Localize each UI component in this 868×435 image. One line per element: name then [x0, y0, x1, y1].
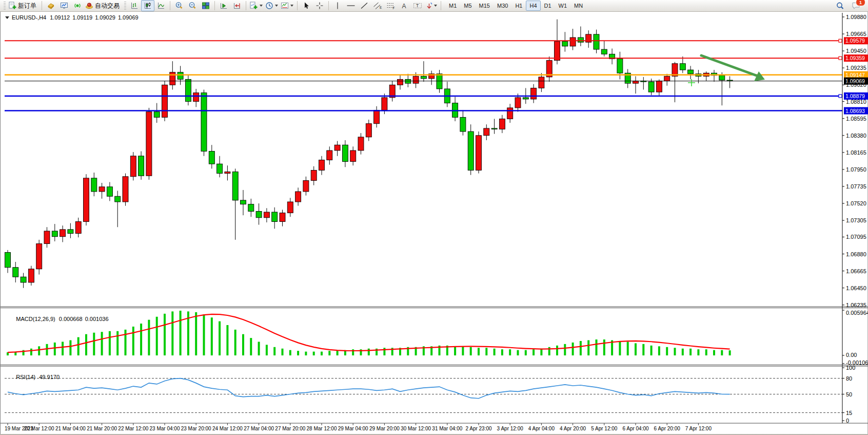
chart-window[interactable]: 0.0059640.00-0.00106910080501501.095791.… [0, 12, 868, 434]
svg-text:1.09020: 1.09020 [846, 82, 866, 88]
auto-scroll-button[interactable] [217, 0, 230, 11]
fibonacci-button[interactable]: F [384, 0, 398, 11]
svg-text:21 Mar 20:00: 21 Mar 20:00 [87, 426, 117, 431]
svg-text:1.06665: 1.06665 [846, 268, 866, 274]
zoom-out-button[interactable] [186, 0, 199, 11]
search-button[interactable] [833, 0, 846, 11]
candlestick-chart-button[interactable] [141, 0, 154, 11]
svg-text:1.07950: 1.07950 [846, 166, 866, 173]
panel-separators[interactable] [1, 307, 868, 423]
bar-chart-button[interactable] [128, 0, 141, 11]
zoom-in-button[interactable] [172, 0, 186, 11]
text-label-button[interactable]: T [411, 0, 424, 11]
svg-text:22 Mar 12:00: 22 Mar 12:00 [118, 426, 148, 431]
market-watch-button[interactable] [44, 0, 57, 11]
crosshair-button[interactable] [313, 0, 326, 11]
horizontal-line-icon [346, 2, 356, 10]
svg-text:0.00: 0.00 [846, 352, 857, 358]
new-chart-caret [260, 5, 263, 7]
timeframe-m15[interactable]: M15 [476, 1, 494, 11]
search-icon [836, 2, 844, 10]
new-order-button[interactable]: 新订单 [7, 0, 40, 11]
text-label-icon: T [413, 2, 422, 10]
chart-svg[interactable]: 0.0059640.00-0.00106910080501501.095791.… [1, 12, 868, 434]
periods-caret [275, 5, 278, 7]
chart-symbol: EURUSD-,H4 [12, 14, 46, 21]
timeframe-h4[interactable]: H4 [526, 1, 540, 11]
svg-text:1.07095: 1.07095 [846, 234, 866, 240]
svg-text:1.06450: 1.06450 [846, 285, 866, 291]
main-toolbar: 新订单 [0, 0, 868, 12]
svg-text:2 Apr 23:00: 2 Apr 23:00 [465, 426, 492, 431]
svg-text:T: T [416, 3, 419, 8]
chart-shift-button[interactable] [230, 0, 244, 11]
svg-text:29 Mar 20:00: 29 Mar 20:00 [369, 426, 400, 431]
horizontal-line-button[interactable] [344, 0, 358, 11]
svg-text:1.09235: 1.09235 [846, 65, 866, 71]
svg-text:1.09450: 1.09450 [846, 48, 866, 54]
svg-text:30 Mar 12:00: 30 Mar 12:00 [401, 426, 431, 431]
autotrading-button[interactable]: 自动交易 [84, 0, 123, 11]
timeframe-w1[interactable]: W1 [555, 1, 571, 11]
line-chart-button[interactable] [154, 0, 168, 11]
svg-text:1.07520: 1.07520 [846, 200, 866, 206]
chat-button[interactable]: 1 [850, 0, 863, 11]
zoom-out-icon [188, 2, 196, 10]
signals-button[interactable] [71, 0, 84, 11]
line-chart-icon [157, 2, 165, 10]
zoom-in-icon [175, 2, 183, 10]
horizontal-line-objects[interactable] [5, 39, 842, 110]
time-axis[interactable]: 19 Mar 202320 Mar 12:0021 Mar 04:0021 Ma… [5, 423, 712, 431]
macd-indicator-label: MACD(12,26,9)0.0006680.001036 [7, 310, 109, 328]
svg-text:6 Apr 04:00: 6 Apr 04:00 [622, 426, 649, 431]
chart-title-dropdown-icon[interactable] [5, 16, 9, 19]
timeframe-d1[interactable]: D1 [541, 1, 555, 11]
timeframe-m30[interactable]: M30 [494, 1, 511, 11]
svg-text:1.09880: 1.09880 [846, 14, 866, 20]
svg-text:1.06235: 1.06235 [846, 302, 866, 308]
text-button[interactable]: A [398, 0, 411, 11]
rsi-indicator-label: RSI(14)49.9170 [7, 368, 60, 386]
tile-windows-button[interactable] [199, 0, 212, 11]
svg-text:21 Mar 04:00: 21 Mar 04:00 [55, 426, 86, 431]
svg-text:F: F [393, 6, 395, 10]
svg-text:5 Apr 12:00: 5 Apr 12:00 [591, 426, 618, 431]
templates-button[interactable] [280, 0, 295, 11]
new-chart-icon [249, 2, 258, 10]
periods-button[interactable] [264, 0, 280, 11]
mt4-terminal: { "toolbar": { "new_order_label": "新订单",… [0, 0, 868, 435]
svg-text:3 Apr 12:00: 3 Apr 12:00 [497, 426, 524, 431]
timeframe-mn[interactable]: MN [570, 1, 586, 11]
annotations[interactable] [688, 55, 765, 86]
macd-panel: 0.0059640.00-0.001069 [7, 310, 868, 366]
arrows-button[interactable] [424, 0, 439, 11]
toolbar-grip[interactable] [4, 2, 6, 10]
rsi-value: 49.9170 [39, 374, 60, 380]
ohlc-open: 1.09112 [50, 14, 70, 21]
trendline-button[interactable] [358, 0, 371, 11]
svg-text:1.06880: 1.06880 [846, 251, 866, 257]
autotrading-icon [85, 2, 94, 10]
autotrading-label: 自动交易 [95, 2, 120, 10]
rsi-panel: 1008050150 [5, 365, 855, 424]
market-watch-icon [47, 2, 55, 10]
cursor-button[interactable] [300, 0, 313, 11]
svg-text:27 Mar 04:00: 27 Mar 04:00 [244, 426, 274, 431]
timeframe-m5[interactable]: M5 [460, 1, 475, 11]
vertical-line-button[interactable] [331, 0, 344, 11]
crosshair-icon [315, 2, 324, 10]
svg-text:1.09359: 1.09359 [845, 55, 865, 61]
macd-main-value: 0.000668 [59, 316, 83, 322]
equidistant-channel-button[interactable]: E [371, 0, 384, 11]
svg-text:31 Mar 04:00: 31 Mar 04:00 [432, 426, 462, 431]
chart-title: EURUSD-,H4 1.09112 1.09119 1.09029 1.090… [5, 14, 139, 21]
chat-notification-badge: 1 [856, 0, 865, 6]
svg-text:23 Mar 20:00: 23 Mar 20:00 [181, 426, 211, 431]
ohlc-close: 1.09069 [118, 14, 139, 21]
svg-text:23 Mar 04:00: 23 Mar 04:00 [150, 426, 180, 431]
arrows-icon [425, 2, 432, 10]
timeframe-h1[interactable]: H1 [511, 1, 526, 11]
data-window-button[interactable] [57, 0, 71, 11]
timeframe-m1[interactable]: M1 [445, 1, 460, 11]
new-chart-button[interactable] [248, 0, 264, 11]
